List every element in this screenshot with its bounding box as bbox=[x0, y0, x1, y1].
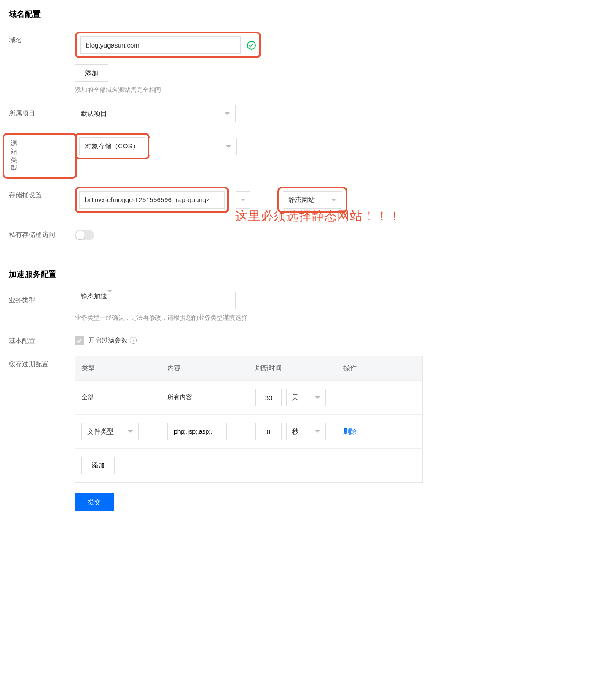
submit-button[interactable]: 提交 bbox=[75, 493, 114, 511]
cell-type: 全部 bbox=[81, 394, 167, 402]
add-domain-button[interactable]: 添加 bbox=[75, 64, 108, 82]
project-select-value: 默认项目 bbox=[81, 110, 107, 118]
label-origin-type: 源站类型 bbox=[4, 137, 17, 174]
th-refresh: 刷新时间 bbox=[255, 364, 343, 372]
biz-type-value: 静态加速 bbox=[81, 292, 107, 300]
check-circle-icon bbox=[247, 41, 256, 50]
row-type-select[interactable]: 文件类型 bbox=[81, 423, 139, 440]
label-basic-config: 基本配置 bbox=[9, 332, 75, 345]
row-content-input[interactable] bbox=[167, 423, 227, 440]
th-content: 内容 bbox=[167, 364, 255, 372]
refresh-unit-select[interactable]: 秒 bbox=[286, 423, 326, 440]
label-cache-expire: 缓存过期配置 bbox=[9, 356, 75, 368]
label-private-access: 私有存储桶访问 bbox=[9, 226, 75, 239]
info-icon[interactable]: i bbox=[130, 337, 137, 344]
label-project: 所属项目 bbox=[9, 105, 75, 118]
bucket-select-value: br1ovx-efmogqe-1251556596（ap-guangz bbox=[85, 196, 210, 204]
project-select[interactable]: 默认项目 bbox=[75, 105, 236, 122]
table-row: 文件类型 秒 删除 bbox=[75, 414, 422, 448]
chevron-down-icon bbox=[315, 396, 320, 399]
filter-param-checkbox[interactable] bbox=[75, 336, 84, 345]
domain-hint: 添加的全部域名源站需完全相同 bbox=[75, 86, 261, 94]
table-row: 全部 所有内容 天 bbox=[75, 380, 422, 414]
bucket-select-caret[interactable] bbox=[236, 191, 250, 209]
origin-type-select-ext[interactable] bbox=[149, 138, 237, 155]
table-row: 添加 bbox=[75, 448, 422, 482]
static-site-select[interactable]: 静态网站 bbox=[283, 191, 342, 209]
label-bucket: 存储桶设置 bbox=[9, 187, 75, 199]
biz-type-hint: 业务类型一经确认，无法再修改，请根据您的业务类型谨慎选择 bbox=[75, 314, 247, 322]
chevron-down-icon bbox=[226, 145, 231, 148]
refresh-unit-select[interactable]: 天 bbox=[286, 389, 326, 406]
origin-type-value: 对象存储（COS） bbox=[85, 142, 139, 151]
chevron-down-icon bbox=[240, 199, 246, 201]
delete-link[interactable]: 删除 bbox=[343, 427, 357, 436]
filter-param-label: 开启过滤参数 bbox=[88, 336, 128, 345]
label-domain: 域名 bbox=[9, 32, 75, 44]
refresh-value-input[interactable] bbox=[255, 389, 282, 406]
cache-table: 类型 内容 刷新时间 操作 全部 所有内容 天 bbox=[75, 356, 423, 483]
domain-input[interactable] bbox=[80, 36, 241, 54]
chevron-down-icon bbox=[128, 430, 133, 433]
heading-accel-config: 加速服务配置 bbox=[9, 269, 596, 280]
th-action: 操作 bbox=[343, 364, 416, 372]
section-domain-config: 域名配置 域名 添加 添加的全部域名源站需完全相同 所属项目 默认项目 bbox=[9, 9, 596, 240]
divider bbox=[9, 254, 596, 254]
cell-content: 所有内容 bbox=[167, 394, 255, 402]
chevron-down-icon bbox=[315, 430, 320, 433]
chevron-down-icon bbox=[225, 112, 230, 115]
chevron-down-icon bbox=[331, 199, 336, 201]
section-accel-config: 加速服务配置 业务类型 静态加速 业务类型一经确认，无法再修改，请根据您的业务类… bbox=[9, 269, 596, 511]
biz-type-select[interactable]: 静态加速 bbox=[75, 292, 236, 309]
refresh-value-input[interactable] bbox=[255, 423, 282, 440]
add-cache-rule-button[interactable]: 添加 bbox=[81, 457, 115, 474]
label-biz-type: 业务类型 bbox=[9, 292, 75, 305]
origin-type-select[interactable]: 对象存储（COS） bbox=[79, 137, 145, 155]
static-site-value: 静态网站 bbox=[288, 196, 315, 204]
private-access-toggle[interactable] bbox=[75, 230, 94, 240]
bucket-select[interactable]: br1ovx-efmogqe-1251556596（ap-guangz bbox=[79, 191, 225, 209]
chevron-down-icon bbox=[107, 290, 112, 300]
th-type: 类型 bbox=[81, 364, 167, 372]
heading-domain-config: 域名配置 bbox=[9, 9, 596, 19]
